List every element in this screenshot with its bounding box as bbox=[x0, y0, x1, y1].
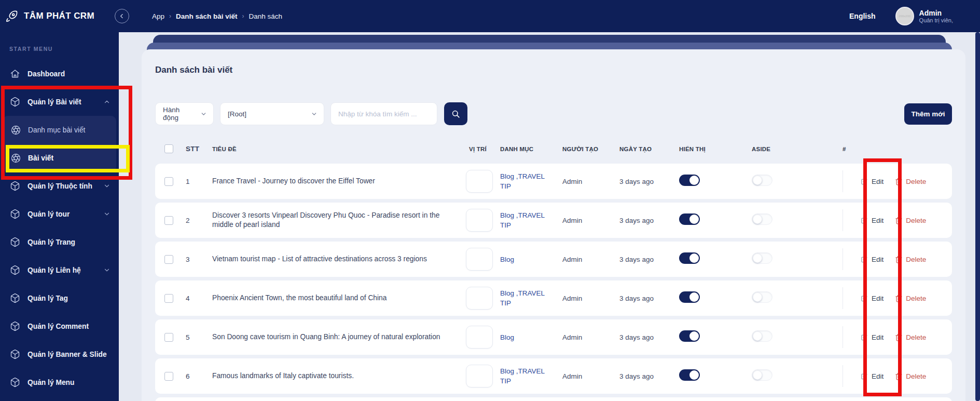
position-input[interactable] bbox=[466, 287, 493, 310]
breadcrumb-separator: › bbox=[242, 12, 244, 20]
edit-button[interactable]: Edit bbox=[861, 372, 884, 380]
sidebar-item-quan-ly-trang[interactable]: Quản lý Trang bbox=[0, 228, 119, 256]
main-content: Danh sách bài viết Hành động [Root] bbox=[119, 32, 980, 401]
position-input[interactable] bbox=[466, 170, 493, 193]
row-category-links[interactable]: Blog bbox=[500, 332, 562, 342]
chevron-down-icon bbox=[200, 111, 207, 117]
delete-button[interactable]: Delete bbox=[895, 256, 926, 263]
trash-icon bbox=[895, 333, 903, 341]
row-category-links[interactable]: Blog bbox=[500, 255, 562, 264]
language-switcher[interactable]: English bbox=[849, 12, 876, 20]
edit-button[interactable]: Edit bbox=[861, 333, 884, 341]
delete-label: Delete bbox=[906, 333, 926, 341]
row-creator: Admin bbox=[562, 217, 619, 224]
sidebar-item-quan-ly-bai-viet[interactable]: Quản lý Bài viết bbox=[0, 88, 119, 116]
position-input[interactable] bbox=[466, 209, 493, 232]
rocket-logo-icon bbox=[5, 9, 19, 23]
vertical-scrollbar[interactable] bbox=[975, 32, 980, 401]
visible-toggle[interactable] bbox=[679, 213, 700, 225]
sidebar-item-bai-viet[interactable]: Bài viết bbox=[3, 144, 116, 172]
aside-toggle[interactable] bbox=[752, 175, 772, 186]
aside-toggle[interactable] bbox=[752, 330, 772, 342]
sidebar-item-quan-ly-thuoc-tinh[interactable]: Quản lý Thuộc tính bbox=[0, 172, 119, 200]
row-category-links[interactable]: Blog ,TRAVEL TIP bbox=[500, 210, 562, 230]
menu-section-label: START MENU bbox=[0, 32, 119, 52]
breadcrumb: App › Danh sách bài viết › Danh sách bbox=[152, 12, 282, 20]
aside-toggle[interactable] bbox=[752, 252, 772, 264]
toggle-knob bbox=[689, 253, 699, 263]
row-category-links[interactable]: Blog ,TRAVEL TIP bbox=[500, 288, 562, 308]
edit-button[interactable]: Edit bbox=[861, 256, 884, 263]
delete-button[interactable]: Delete bbox=[895, 217, 926, 224]
row-checkbox[interactable] bbox=[164, 177, 173, 186]
cube-icon bbox=[10, 377, 20, 387]
row-title: France Travel - Journey to discover the … bbox=[212, 177, 459, 186]
delete-label: Delete bbox=[906, 178, 926, 185]
row-title: Vietnam tourist map - List of attractive… bbox=[212, 255, 459, 264]
row-checkbox[interactable] bbox=[164, 216, 173, 225]
sidebar-item-quan-ly-lien-he[interactable]: Quản lý Liên hệ bbox=[0, 256, 119, 284]
col-header-aside: ASIDE bbox=[752, 146, 843, 152]
row-checkbox[interactable] bbox=[164, 294, 173, 303]
sidebar-item-quan-ly-tag[interactable]: Quản lý Tag bbox=[0, 284, 119, 312]
position-input[interactable] bbox=[466, 326, 493, 349]
delete-label: Delete bbox=[906, 217, 926, 224]
add-new-button[interactable]: Thêm mới bbox=[904, 103, 952, 125]
breadcrumb-item-list[interactable]: Danh sách bài viết bbox=[176, 12, 238, 20]
edit-icon bbox=[861, 256, 868, 263]
avatar[interactable]: 200x200 bbox=[895, 7, 914, 25]
delete-button[interactable]: Delete bbox=[895, 178, 926, 185]
row-checkbox[interactable] bbox=[164, 255, 173, 264]
select-all-checkbox[interactable] bbox=[164, 144, 173, 153]
delete-button[interactable]: Delete bbox=[895, 333, 926, 341]
category-root-select[interactable]: [Root] bbox=[220, 102, 324, 125]
edit-button[interactable]: Edit bbox=[861, 295, 884, 302]
visible-toggle[interactable] bbox=[679, 252, 700, 264]
edit-button[interactable]: Edit bbox=[861, 217, 884, 224]
user-role: Quản trị viên, bbox=[919, 17, 953, 24]
search-input[interactable] bbox=[330, 102, 437, 125]
edit-button[interactable]: Edit bbox=[861, 178, 884, 185]
visible-toggle[interactable] bbox=[679, 330, 700, 342]
table-row: 3 Vietnam tourist map - List of attracti… bbox=[155, 242, 952, 277]
toggle-knob bbox=[753, 176, 762, 185]
sidebar-item-dashboard[interactable]: Dashboard bbox=[0, 60, 119, 88]
trash-icon bbox=[895, 295, 903, 302]
cube-icon bbox=[10, 97, 20, 107]
row-creator: Admin bbox=[562, 295, 619, 302]
action-select-value: Hành động bbox=[163, 106, 195, 122]
position-input[interactable] bbox=[466, 365, 493, 387]
aside-toggle[interactable] bbox=[752, 291, 772, 303]
row-checkbox[interactable] bbox=[164, 372, 173, 381]
user-menu[interactable]: 200x200 Admin Quản trị viên, bbox=[895, 7, 953, 25]
sidebar-item-quan-ly-menu[interactable]: Quản lý Menu bbox=[0, 368, 119, 396]
sidebar-item-quan-ly-tour[interactable]: Quản lý tour bbox=[0, 200, 119, 228]
row-checkbox[interactable] bbox=[164, 333, 173, 342]
aside-toggle[interactable] bbox=[752, 369, 772, 381]
table-row-partial bbox=[155, 397, 952, 401]
toggle-knob bbox=[753, 331, 762, 341]
search-button[interactable] bbox=[444, 102, 467, 125]
sidebar-item-danh-muc-bai-viet[interactable]: Danh mục bài viết bbox=[3, 116, 116, 144]
row-created: 3 days ago bbox=[619, 333, 679, 341]
page-title: Danh sách bài viết bbox=[155, 65, 952, 78]
sidebar-item-label: Quản lý tour bbox=[27, 210, 70, 218]
breadcrumb-item-app[interactable]: App bbox=[152, 12, 164, 20]
sidebar-item-quan-ly-banner-slide[interactable]: Quản lý Banner & Slide bbox=[0, 340, 119, 368]
delete-button[interactable]: Delete bbox=[895, 372, 926, 380]
position-input[interactable] bbox=[466, 248, 493, 271]
action-select[interactable]: Hành động bbox=[155, 102, 214, 125]
visible-toggle[interactable] bbox=[679, 291, 700, 303]
row-category-links[interactable]: Blog ,TRAVEL TIP bbox=[500, 366, 562, 386]
trash-icon bbox=[895, 372, 903, 380]
sidebar-item-quan-ly-comment[interactable]: Quản lý Comment bbox=[0, 312, 119, 340]
visible-toggle[interactable] bbox=[679, 175, 700, 186]
col-header-visible: HIỂN THỊ bbox=[679, 146, 752, 152]
filter-toolbar: Hành động [Root] Thêm mới bbox=[155, 102, 952, 125]
col-header-created: NGÀY TẠO bbox=[619, 146, 679, 152]
sidebar-collapse-button[interactable] bbox=[115, 9, 129, 23]
row-category-links[interactable]: Blog ,TRAVEL TIP bbox=[500, 171, 562, 191]
visible-toggle[interactable] bbox=[679, 369, 700, 381]
delete-button[interactable]: Delete bbox=[895, 295, 926, 302]
aside-toggle[interactable] bbox=[752, 213, 772, 225]
